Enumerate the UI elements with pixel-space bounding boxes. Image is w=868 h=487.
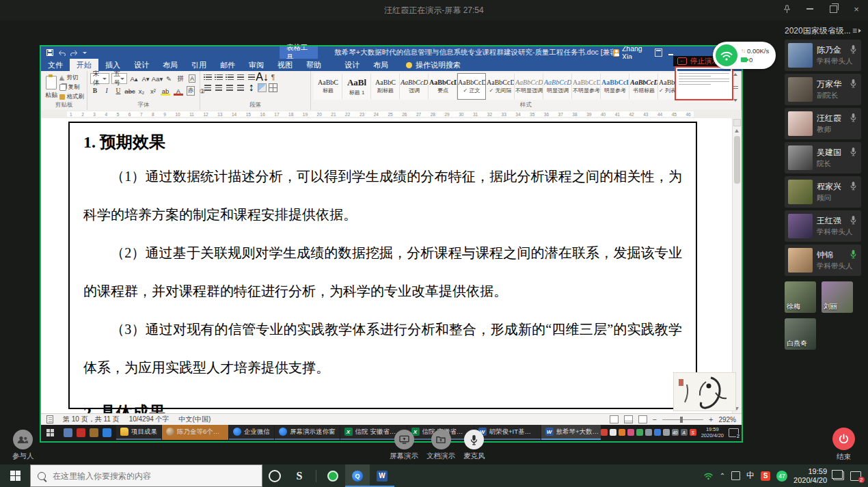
- document-table-cell[interactable]: 1. 预期效果 （1）通过数据统计描述分析，可以得到学生成绩的分布特征，据此分析…: [68, 122, 697, 409]
- style-card[interactable]: AaBbCcD 明显强调: [543, 73, 572, 100]
- shrink-font-button[interactable]: A▾: [141, 74, 150, 83]
- taskbar-window-item[interactable]: 陈乃金等6个会话: [162, 425, 228, 440]
- redo-icon[interactable]: [70, 50, 78, 56]
- taskbar-clock[interactable]: 19:59 2020/4/20: [794, 467, 827, 485]
- app-icon[interactable]: [77, 428, 85, 437]
- scrollbar-thumb[interactable]: [734, 136, 740, 184]
- mic-icon[interactable]: [850, 44, 856, 57]
- shading-button[interactable]: [258, 83, 267, 92]
- participants-button[interactable]: 参与人: [12, 430, 34, 461]
- safety-score-icon[interactable]: 47: [776, 471, 787, 482]
- tray-icon[interactable]: A: [681, 429, 688, 436]
- hidden-icons-chevron[interactable]: ⌃: [720, 472, 725, 479]
- tray-icon[interactable]: [654, 429, 661, 436]
- shared-clock[interactable]: 19:59 2020/4/20: [701, 426, 724, 439]
- taskbar-window-item[interactable]: 项目成果: [116, 425, 161, 440]
- cortana-button[interactable]: [262, 464, 287, 487]
- qat-dropdown-icon[interactable]: [83, 52, 87, 54]
- tray-icon[interactable]: [663, 429, 670, 436]
- expand-list-icon[interactable]: ≡: [852, 26, 861, 36]
- participant-tile[interactable]: 汪红霞 教师: [785, 108, 861, 139]
- meeting-name-header[interactable]: 2020国家级省级... ≡: [785, 25, 861, 37]
- ribbon-tab[interactable]: 文件: [41, 59, 70, 71]
- read-mode-icon[interactable]: [610, 415, 619, 423]
- ribbon-tab[interactable]: 引用: [185, 59, 213, 71]
- start-button[interactable]: [0, 464, 30, 487]
- mic-icon[interactable]: [850, 181, 856, 193]
- tell-me-box[interactable]: 操作说明搜索: [406, 59, 461, 71]
- style-card[interactable]: AaBbCcDc ✓ 正文: [457, 73, 486, 100]
- tray-icon[interactable]: [601, 429, 608, 436]
- restore-button[interactable]: [828, 4, 838, 14]
- tray-icon[interactable]: 40: [672, 429, 679, 436]
- vertical-scrollbar[interactable]: [732, 118, 742, 413]
- doc-share-button[interactable]: 文档演示: [426, 430, 455, 461]
- superscript-button[interactable]: x²: [148, 86, 158, 96]
- font-name-select[interactable]: 宋体: [90, 73, 109, 84]
- zoom-in-button[interactable]: +: [709, 415, 713, 423]
- shared-start-button[interactable]: [41, 425, 59, 440]
- bullets-button[interactable]: [203, 73, 212, 81]
- format-painter-button[interactable]: 格式刷: [59, 93, 85, 101]
- participant-tile[interactable]: 陈乃金 学科带头人: [785, 40, 861, 71]
- tray-icon[interactable]: S: [690, 429, 696, 436]
- ribbon-context-tab[interactable]: 设计: [338, 59, 366, 71]
- tray-icon[interactable]: [636, 429, 643, 436]
- justify-button[interactable]: [236, 83, 245, 92]
- participant-tile[interactable]: 徐梅: [785, 281, 816, 313]
- ribbon-display-options-icon[interactable]: [655, 48, 662, 57]
- cut-button[interactable]: 剪切: [59, 74, 85, 82]
- participant-tile[interactable]: 刘丽: [822, 281, 853, 313]
- mic-icon[interactable]: [850, 79, 856, 91]
- align-center-button[interactable]: [214, 83, 223, 92]
- participant-tile[interactable]: 钟锦 学科带头人: [785, 245, 861, 276]
- tray-icon[interactable]: [731, 471, 740, 480]
- page-indicator[interactable]: 第 10 页，共 11 页: [63, 415, 120, 424]
- style-card[interactable]: AaBbCcD 要点: [429, 73, 457, 100]
- browser-app-icon[interactable]: [321, 464, 345, 487]
- style-card[interactable]: AaBbCcDc ✓ 无间隔: [486, 73, 515, 100]
- change-case-button[interactable]: Aa▾: [152, 74, 162, 83]
- gallery-more-icon[interactable]: [733, 86, 738, 89]
- document-canvas[interactable]: 1. 预期效果 （1）通过数据统计描述分析，可以得到学生成绩的分布特征，据此分析…: [41, 118, 742, 413]
- mic-icon[interactable]: [850, 215, 856, 227]
- wxwork-app-button[interactable]: Q: [345, 464, 370, 487]
- style-card[interactable]: AaBbCcD 不明显参考: [572, 73, 601, 100]
- taskbar-window-item[interactable]: 屏幕演示迷你窗: [275, 425, 340, 440]
- language-indicator[interactable]: 中文(中国): [179, 415, 211, 424]
- participant-tile[interactable]: 白燕奇: [785, 318, 816, 350]
- style-card[interactable]: AaBbCcD 书籍标题: [629, 73, 658, 100]
- participant-tile[interactable]: 程家兴 顾问: [785, 176, 861, 208]
- mic-icon[interactable]: [850, 147, 856, 159]
- pin-icon[interactable]: [782, 4, 791, 14]
- ribbon-context-tab[interactable]: 布局: [366, 59, 395, 71]
- ribbon-tab[interactable]: 视图: [271, 59, 299, 71]
- style-card[interactable]: AaBl 标题 1: [342, 73, 371, 100]
- participant-tile[interactable]: 万家华 副院长: [785, 74, 861, 105]
- app-icon-s[interactable]: S: [287, 464, 312, 487]
- show-marks-button[interactable]: ¶: [269, 73, 277, 81]
- zoom-level[interactable]: 292%: [718, 416, 736, 423]
- paste-button[interactable]: 粘贴: [44, 73, 59, 102]
- tray-icon[interactable]: [645, 429, 652, 436]
- app-icon[interactable]: [90, 428, 98, 437]
- decrease-indent-button[interactable]: [236, 73, 245, 81]
- word-minimize-button[interactable]: [668, 54, 673, 55]
- style-card[interactable]: AaBbCcD 强调: [400, 73, 429, 100]
- ime-indicator[interactable]: 中: [746, 470, 755, 482]
- undo-icon[interactable]: [58, 50, 66, 56]
- screen-share-button[interactable]: 屏幕演示: [390, 430, 418, 461]
- ruler-toggle-icon[interactable]: [733, 119, 741, 126]
- zoom-slider-thumb[interactable]: [680, 417, 683, 423]
- close-button[interactable]: ×: [852, 4, 861, 14]
- ribbon-tab[interactable]: 布局: [156, 59, 185, 71]
- grow-font-button[interactable]: A▴: [129, 74, 139, 83]
- taskbar-search[interactable]: [30, 464, 262, 487]
- zoom-slider[interactable]: [662, 419, 703, 420]
- strikethrough-button[interactable]: abc: [125, 86, 135, 96]
- shared-action-center-icon[interactable]: 2: [729, 428, 739, 437]
- ribbon-tab[interactable]: 设计: [127, 59, 156, 71]
- zoom-out-button[interactable]: −: [653, 415, 657, 423]
- save-icon[interactable]: [46, 49, 53, 56]
- borders-button[interactable]: [269, 83, 277, 92]
